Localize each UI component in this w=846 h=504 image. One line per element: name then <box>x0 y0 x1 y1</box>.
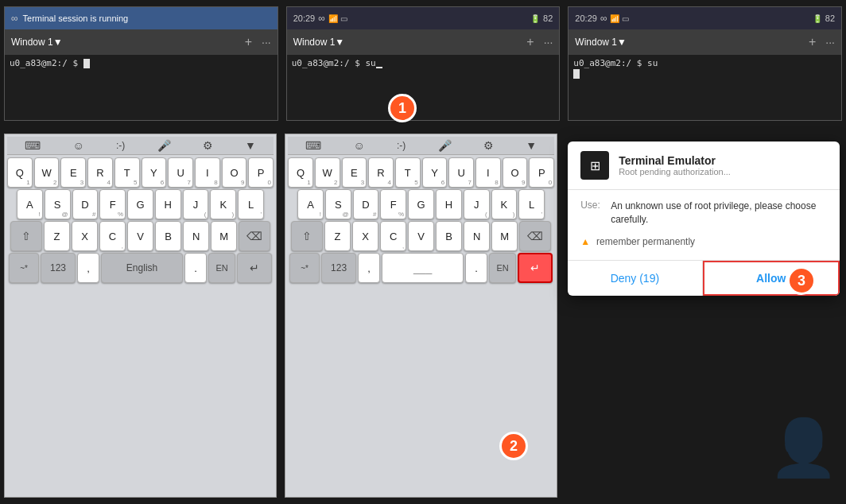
window-title-2[interactable]: Window 1▼ <box>293 37 524 48</box>
allow-button[interactable]: Allow <box>703 261 840 296</box>
key-q-1[interactable]: Q1 <box>7 157 33 188</box>
key-f-1[interactable]: F% <box>99 189 126 219</box>
en-key-2[interactable]: EN <box>489 253 516 283</box>
key-m-2[interactable]: M <box>491 221 518 251</box>
key-y-1[interactable]: Y6 <box>142 157 167 188</box>
step-circle-3: 3 <box>787 266 816 295</box>
key-j-1[interactable]: J( <box>183 189 209 219</box>
deny-button[interactable]: Deny (19) <box>568 261 702 296</box>
emoticon-icon-1[interactable]: :-) <box>116 140 125 151</box>
key-s-2[interactable]: S@ <box>325 189 351 219</box>
backspace-key-1[interactable]: ⌫ <box>239 221 270 251</box>
keyboard-toolbar-2: ⌨ ☺ :-) 🎤 ⚙ ▼ <box>288 137 554 155</box>
key-o-1[interactable]: O9 <box>222 157 247 188</box>
more-btn-3[interactable]: ··· <box>825 36 835 48</box>
key-b-1[interactable]: B <box>155 221 181 251</box>
key-k-1[interactable]: K) <box>210 189 236 219</box>
key-r-2[interactable]: R4 <box>368 157 394 188</box>
key-i-1[interactable]: I8 <box>195 157 220 188</box>
key-p-1[interactable]: P0 <box>248 157 274 188</box>
enter-key-2[interactable]: ↵ <box>518 253 553 283</box>
key-c-2[interactable]: C, <box>380 221 406 251</box>
key-u-2[interactable]: U7 <box>448 157 474 188</box>
key-v-2[interactable]: V <box>408 221 434 251</box>
more-btn-1[interactable]: ··· <box>262 36 271 48</box>
key-i-2[interactable]: I8 <box>475 157 501 188</box>
comma-key-2[interactable]: , <box>358 253 380 283</box>
key-g-1[interactable]: G <box>127 189 153 219</box>
period-key-1[interactable]: . <box>184 253 207 283</box>
key-a-1[interactable]: A! <box>17 189 43 219</box>
key-q-2[interactable]: Q1 <box>288 157 313 188</box>
key-k-2[interactable]: K) <box>491 189 518 219</box>
emoticon-icon-2[interactable]: :-) <box>397 140 406 151</box>
key-s-1[interactable]: S@ <box>45 189 71 219</box>
numbers-key-1[interactable]: 123 <box>41 253 76 283</box>
key-x-2[interactable]: X <box>352 221 378 251</box>
key-w-2[interactable]: W2 <box>315 157 340 188</box>
key-z-1[interactable]: Z <box>44 221 70 251</box>
key-r-1[interactable]: R4 <box>87 157 113 188</box>
key-e-1[interactable]: E3 <box>60 157 86 188</box>
asdf-row-1: A! S@ D# F% G H J( K) L' <box>7 189 274 219</box>
period-key-2[interactable]: . <box>465 253 487 283</box>
key-x-1[interactable]: X <box>72 221 98 251</box>
key-o-2[interactable]: O9 <box>503 157 528 188</box>
key-f-2[interactable]: F% <box>380 189 406 219</box>
language-key-1[interactable]: English <box>101 253 183 283</box>
mic-icon-2[interactable]: 🎤 <box>438 139 452 152</box>
cursor-3 <box>573 69 580 79</box>
chevron-down-icon-1[interactable]: ▼ <box>245 139 256 152</box>
step-circle-2: 2 <box>499 432 528 460</box>
key-d-2[interactable]: D# <box>353 189 379 219</box>
window-title-1[interactable]: Window 1▼ <box>11 37 242 48</box>
emoji-icon-2[interactable]: ☺ <box>353 139 364 152</box>
comma-key-1[interactable]: , <box>77 253 99 283</box>
shift-key-2[interactable]: ⇧ <box>291 221 323 251</box>
symbols-key-2[interactable]: ~* <box>289 253 320 283</box>
key-l-2[interactable]: L' <box>518 189 545 219</box>
settings-icon-1[interactable]: ⚙ <box>203 139 213 152</box>
key-y-2[interactable]: Y6 <box>422 157 448 188</box>
key-e-2[interactable]: E3 <box>342 157 367 188</box>
key-t-2[interactable]: T5 <box>395 157 421 188</box>
key-z-2[interactable]: Z <box>324 221 351 251</box>
key-n-1[interactable]: N <box>183 221 209 251</box>
key-w-1[interactable]: W2 <box>34 157 60 188</box>
mic-icon-1[interactable]: 🎤 <box>157 139 171 152</box>
key-n-2[interactable]: N <box>464 221 490 251</box>
key-b-2[interactable]: B <box>436 221 462 251</box>
en-key-1[interactable]: EN <box>208 253 235 283</box>
add-window-btn-1[interactable]: + <box>245 35 252 49</box>
key-p-2[interactable]: P0 <box>529 157 554 188</box>
use-label: Use: <box>580 200 604 227</box>
key-d-1[interactable]: D# <box>72 189 99 219</box>
key-m-1[interactable]: M <box>211 221 237 251</box>
numbers-key-2[interactable]: 123 <box>321 253 356 283</box>
window-title-3[interactable]: Window 1▼ <box>575 37 805 48</box>
key-a-2[interactable]: A! <box>297 189 324 219</box>
keyboard-icon-2[interactable]: ⌨ <box>305 139 321 152</box>
add-window-btn-2[interactable]: + <box>526 35 534 49</box>
key-l-1[interactable]: L' <box>238 189 264 219</box>
emoji-icon-1[interactable]: ☺ <box>72 139 83 152</box>
space-key-2[interactable]: ___ <box>382 253 464 283</box>
chevron-down-icon-2[interactable]: ▼ <box>526 139 537 152</box>
more-btn-2[interactable]: ··· <box>544 36 553 48</box>
shift-key-1[interactable]: ⇧ <box>10 221 42 251</box>
enter-key-1[interactable]: ↵ <box>237 253 272 283</box>
add-window-btn-3[interactable]: + <box>809 35 816 49</box>
key-h-2[interactable]: H <box>436 189 462 219</box>
backspace-key-2[interactable]: ⌫ <box>519 221 551 251</box>
keyboard-icon-1[interactable]: ⌨ <box>25 139 41 152</box>
key-t-1[interactable]: T5 <box>114 157 140 188</box>
key-h-1[interactable]: H <box>155 189 181 219</box>
battery-2: 🔋 <box>530 14 540 23</box>
key-u-1[interactable]: U7 <box>168 157 193 188</box>
key-v-1[interactable]: V <box>127 221 153 251</box>
key-g-2[interactable]: G <box>408 189 434 219</box>
settings-icon-2[interactable]: ⚙ <box>483 139 494 152</box>
key-c-1[interactable]: C, <box>99 221 126 251</box>
symbols-key-1[interactable]: ~* <box>9 253 39 283</box>
key-j-2[interactable]: J( <box>464 189 490 219</box>
